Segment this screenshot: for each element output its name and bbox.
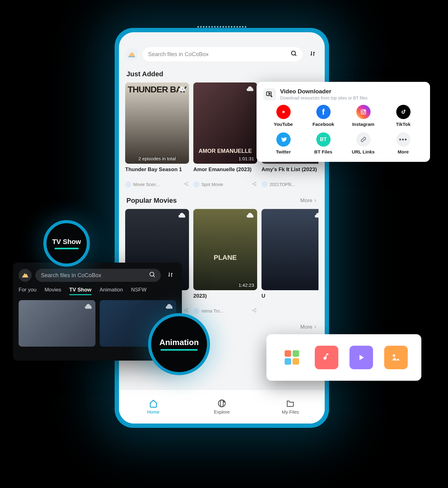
file-types-card <box>266 334 421 381</box>
cloud-download-icon[interactable] <box>85 303 93 310</box>
tab-label: My Files <box>282 409 299 415</box>
vd-title: Video Downloader <box>280 88 367 95</box>
vd-subtitle: Download resources from top sites or BT … <box>280 95 367 100</box>
card-title: Amor Emanuelle (2023) <box>193 166 257 179</box>
svg-point-14 <box>255 308 256 310</box>
card-plane[interactable]: PLANE 1:42:23 2023) nema Tro... <box>193 209 257 314</box>
image-file-icon[interactable] <box>384 346 408 369</box>
uploader-avatar <box>125 181 131 188</box>
svg-point-23 <box>150 272 154 276</box>
card-title: Amy's Fk It List (2023) <box>261 166 318 179</box>
tab-label: Explore <box>214 409 230 415</box>
svg-point-13 <box>253 310 254 311</box>
svg-point-5 <box>255 182 256 183</box>
section-popular-movies: Popular Movies <box>126 197 177 205</box>
tab-tvshow[interactable]: TV Show <box>69 287 92 295</box>
svg-point-28 <box>393 354 395 357</box>
tab-myfiles[interactable]: My Files <box>256 390 325 424</box>
sort-icon[interactable] <box>165 271 176 279</box>
svg-rect-24 <box>285 350 291 357</box>
card-title: U <box>261 293 318 306</box>
accent-bar <box>160 349 198 351</box>
dark-card-1[interactable] <box>19 300 95 347</box>
src-youtube[interactable]: YouTube <box>263 105 303 127</box>
share-icon[interactable] <box>183 181 189 188</box>
bubble-label: TV Show <box>52 238 81 246</box>
search-input-dark[interactable] <box>35 269 161 282</box>
search-input[interactable] <box>143 47 302 61</box>
cloud-download-icon[interactable] <box>178 211 187 219</box>
video-file-icon[interactable] <box>349 346 373 369</box>
svg-point-17 <box>220 400 223 407</box>
video-downloader-card: Video Downloader Download resources from… <box>257 82 430 162</box>
src-tiktok[interactable]: TikTok <box>383 105 423 127</box>
src-instagram[interactable]: Instagram <box>343 105 383 127</box>
grid-app-icon[interactable] <box>280 346 304 369</box>
svg-point-11 <box>187 308 188 310</box>
svg-rect-26 <box>285 358 291 365</box>
sort-icon[interactable] <box>307 50 318 58</box>
poster-text: AMOR EMANUELLE <box>193 148 257 154</box>
svg-point-6 <box>255 185 256 186</box>
src-facebook[interactable]: fFacebook <box>303 105 343 127</box>
cloud-download-icon[interactable] <box>315 211 318 219</box>
card-amor[interactable]: AMOR EMANUELLE 1:01:31 Amor Emanuelle (2… <box>193 82 257 188</box>
svg-point-12 <box>187 311 188 313</box>
svg-point-2 <box>187 182 188 183</box>
cloud-download-icon[interactable] <box>178 85 187 92</box>
svg-point-3 <box>187 185 188 186</box>
card-title: Thunder Bay Season 1 <box>125 166 189 179</box>
uploader-name: 2021TOPfil... <box>270 182 318 187</box>
src-more[interactable]: •••More <box>383 132 423 154</box>
uploader-name: Spot Movie <box>201 182 250 187</box>
svg-point-22 <box>364 110 365 111</box>
share-icon[interactable] <box>252 308 257 314</box>
speaker-grille <box>197 26 246 28</box>
search-field[interactable] <box>40 272 149 279</box>
bubble-animation: Animation <box>148 313 210 375</box>
uploader-name: nema Tro... <box>201 308 250 313</box>
cloud-download-icon[interactable] <box>247 85 255 92</box>
svg-point-10 <box>184 310 186 311</box>
svg-point-1 <box>184 183 186 184</box>
tab-explore[interactable]: Explore <box>187 390 256 424</box>
more-link[interactable]: More <box>300 324 317 330</box>
more-link[interactable]: More <box>300 197 317 204</box>
music-file-icon[interactable] <box>315 346 338 369</box>
src-btfiles[interactable]: BTBT Files <box>303 132 343 154</box>
search-icon[interactable] <box>149 271 156 279</box>
tab-nsfw[interactable]: NSFW <box>131 287 147 295</box>
tab-home[interactable]: Home <box>119 390 187 424</box>
tab-foryou[interactable]: For you <box>19 287 37 295</box>
src-twitter[interactable]: Twitter <box>263 132 303 154</box>
section-just-added: Just Added <box>126 70 163 78</box>
avatar[interactable] <box>19 269 32 282</box>
duration: 1:01:31 <box>239 156 254 161</box>
uploader-avatar <box>261 181 268 188</box>
poster-text: PLANE <box>193 254 257 262</box>
tab-label: Home <box>147 409 160 415</box>
svg-rect-27 <box>292 358 299 365</box>
search-icon[interactable] <box>291 50 297 58</box>
svg-rect-25 <box>292 350 299 357</box>
uploader-name: Movie Scen... <box>133 182 182 187</box>
card-thunder-bay[interactable]: THUNDER BAY 2 episodes in total Thunder … <box>125 82 189 188</box>
accent-bar <box>55 248 79 249</box>
cloud-download-icon[interactable] <box>166 303 174 310</box>
video-downloader-icon <box>263 88 276 100</box>
cloud-download-icon[interactable] <box>247 211 255 219</box>
uploader-avatar <box>193 181 200 188</box>
svg-point-18 <box>223 401 225 402</box>
dark-tabs: For you Movies TV Show Animation NSFW <box>19 287 176 295</box>
search-field[interactable] <box>147 51 291 58</box>
svg-point-4 <box>253 183 254 184</box>
episode-count: 2 episodes in total <box>125 156 189 161</box>
bottom-nav: Home Explore My Files <box>119 389 325 424</box>
card-kor[interactable]: U <box>261 209 318 314</box>
tab-movies[interactable]: Movies <box>45 287 61 295</box>
avatar[interactable] <box>125 48 138 61</box>
uploader-avatar <box>193 308 200 314</box>
share-icon[interactable] <box>252 181 257 188</box>
tab-animation[interactable]: Animation <box>99 287 123 295</box>
src-urllinks[interactable]: URL Links <box>343 132 383 154</box>
